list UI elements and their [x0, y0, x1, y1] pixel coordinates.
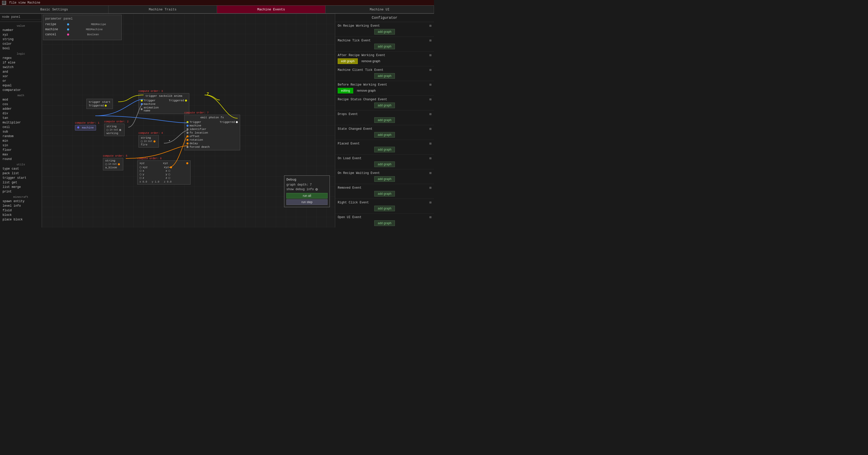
node-item-trigger-start[interactable]: trigger start — [1, 176, 41, 180]
node-item-block[interactable]: block — [1, 213, 41, 217]
debug-info-toggle[interactable] — [315, 188, 318, 191]
port-trigger-in: Trigger — [141, 99, 164, 102]
trigger-sackolib-node[interactable]: trigger sackolib anima Trigger machine — [138, 93, 189, 114]
removed-event-add-btn[interactable]: add graph — [374, 191, 395, 197]
before-recipe-remove-btn[interactable]: remove graph — [355, 88, 378, 93]
node-item-mod[interactable]: mod — [1, 98, 41, 102]
drops-event-expand-icon[interactable]: ⊞ — [429, 112, 431, 116]
placed-event-expand-icon[interactable]: ⊞ — [429, 141, 431, 146]
after-recipe-remove-btn[interactable]: remove graph — [359, 59, 382, 64]
config-on-load-event: On Load Event ⊞ add graph — [335, 155, 434, 169]
client-tick-expand-icon[interactable]: ⊞ — [429, 68, 431, 72]
machine-node[interactable]: machine — [75, 125, 96, 131]
triggered-out-port: trigger start — [89, 101, 111, 104]
node-item-xyz[interactable]: xyz — [1, 32, 41, 37]
after-recipe-edit-btn[interactable]: edit graph — [338, 58, 358, 64]
tab-basic-settings[interactable]: Basic Settings — [0, 6, 108, 13]
on-recipe-waiting-add-btn[interactable]: add graph — [374, 176, 395, 182]
node-item-switch[interactable]: switch — [1, 65, 41, 70]
node-item-equal[interactable]: equal — [1, 83, 41, 88]
tab-machine-events[interactable]: Machine Events — [217, 6, 326, 13]
string-bloom-node[interactable]: string in out a_bloom — [103, 158, 123, 170]
canvas-area[interactable]: 7 parameter panel recipe MBDRecipe machi… — [42, 14, 335, 228]
run-all-button[interactable]: run all — [286, 193, 328, 199]
node-item-level-info[interactable]: level info — [1, 204, 41, 208]
machine-client-tick-add-btn[interactable]: add graph — [374, 73, 395, 79]
machine-compute-label: compute order: 1 machine — [75, 122, 99, 125]
recipe-status-expand-icon[interactable]: ⊞ — [429, 97, 431, 102]
node-item-sub[interactable]: sub — [1, 129, 41, 134]
node-item-if-else[interactable]: if else — [1, 60, 41, 65]
node-item-bool[interactable]: bool — [1, 46, 41, 51]
tab-machine-ui[interactable]: Machine UI — [326, 6, 434, 13]
node-item-floor[interactable]: floor — [1, 148, 41, 152]
bloom-in-out: in out — [105, 163, 121, 166]
open-ui-expand-icon[interactable]: ⊞ — [429, 215, 431, 219]
after-recipe-expand-icon[interactable]: ⊞ — [429, 53, 431, 57]
node-item-xor[interactable]: xor — [1, 74, 41, 79]
removed-expand-icon[interactable]: ⊞ — [429, 186, 431, 190]
on-load-event-add-btn[interactable]: add graph — [374, 161, 395, 167]
node-item-list-get[interactable]: list get — [1, 180, 41, 185]
drops-event-add-btn[interactable]: add graph — [374, 117, 395, 123]
node-item-min[interactable]: min — [1, 139, 41, 143]
on-load-expand-icon[interactable]: ⊞ — [429, 156, 431, 160]
state-changed-expand-icon[interactable]: ⊞ — [429, 127, 431, 131]
string-working-node[interactable]: string in out working — [104, 124, 125, 136]
node-item-string[interactable]: string — [1, 37, 41, 42]
node-item-pack-list[interactable]: pack list — [1, 171, 41, 176]
xyz-port-z: z z — [140, 176, 188, 180]
node-item-ceil[interactable]: ceil — [1, 125, 41, 129]
node-item-fluid[interactable]: fluid — [1, 208, 41, 213]
node-item-list-merge[interactable]: list merge — [1, 185, 41, 189]
state-changed-title: State Changed Event — [338, 127, 373, 131]
node-item-color[interactable]: color — [1, 42, 41, 46]
photon-forced-death-in: forced death — [187, 145, 210, 149]
recipe-status-add-btn[interactable]: add graph — [374, 103, 395, 108]
node-item-place-block[interactable]: place block — [1, 217, 41, 222]
open-ui-event-add-btn[interactable]: add graph — [374, 220, 395, 226]
node-item-adder[interactable]: adder — [1, 107, 41, 111]
node-item-max[interactable]: max — [1, 152, 41, 157]
placed-event-add-btn[interactable]: add graph — [374, 147, 395, 152]
string-fire-node[interactable]: string in out fire — [138, 135, 159, 148]
node-item-type-cast[interactable]: type cast — [1, 167, 41, 171]
run-step-button[interactable]: run step — [286, 199, 328, 205]
photon-machine-in: machine — [187, 124, 210, 127]
machine-tick-add-btn[interactable]: add graph — [374, 44, 395, 49]
config-machine-client-tick: Machine Client Tick Event ⊞ add graph — [335, 66, 434, 81]
node-item-div[interactable]: div — [1, 111, 41, 116]
on-recipe-working-add-btn[interactable]: add graph — [374, 29, 395, 35]
node-item-spawn-entity[interactable]: spawn entity — [1, 199, 41, 204]
recipe-waiting-expand-icon[interactable]: ⊞ — [429, 171, 431, 175]
before-recipe-expand-icon[interactable]: ⊞ — [429, 83, 431, 87]
on-recipe-expand-icon[interactable]: ⊞ — [429, 24, 431, 28]
node-item-tan[interactable]: tan — [1, 116, 41, 120]
machine-type: MBDMachine — [86, 28, 103, 31]
node-item-number[interactable]: number — [1, 28, 41, 32]
node-item-and[interactable]: and — [1, 70, 41, 74]
before-recipe-editing-btn[interactable]: editing — [338, 88, 353, 93]
trigger-start-node[interactable]: trigger start Triggered — [86, 99, 113, 109]
machine-tick-expand-icon[interactable]: ⊞ — [429, 38, 431, 43]
in-port — [106, 129, 108, 131]
node-item-multiplier[interactable]: multiplier — [1, 120, 41, 125]
node-list[interactable]: value number xyz string color bool logic… — [0, 22, 42, 228]
bloom-out-dot — [118, 163, 120, 165]
right-click-expand-icon[interactable]: ⊞ — [429, 200, 431, 205]
node-item-print[interactable]: print — [1, 189, 41, 194]
node-item-random[interactable]: random — [1, 134, 41, 139]
node-item-or[interactable]: or — [1, 79, 41, 83]
node-item-round[interactable]: round — [1, 157, 41, 161]
xyz-node[interactable]: xyz xyz xyz xyz x x — [137, 160, 191, 185]
state-changed-add-btn[interactable]: add graph — [374, 132, 395, 138]
node-item-sin[interactable]: sin — [1, 143, 41, 148]
param-row-recipe: recipe MBDRecipe — [45, 23, 119, 26]
right-click-event-add-btn[interactable]: add graph — [374, 206, 395, 211]
tab-machine-traits[interactable]: Machine Traits — [108, 6, 217, 13]
node-item-cos[interactable]: cos — [1, 102, 41, 107]
config-removed-event: Removed Event ⊞ add graph — [335, 184, 434, 199]
emit-photon-node[interactable]: emit photon fx Trigger machine — [184, 115, 240, 150]
node-item-comparator[interactable]: comparator — [1, 88, 41, 92]
node-item-regex[interactable]: regex — [1, 56, 41, 60]
